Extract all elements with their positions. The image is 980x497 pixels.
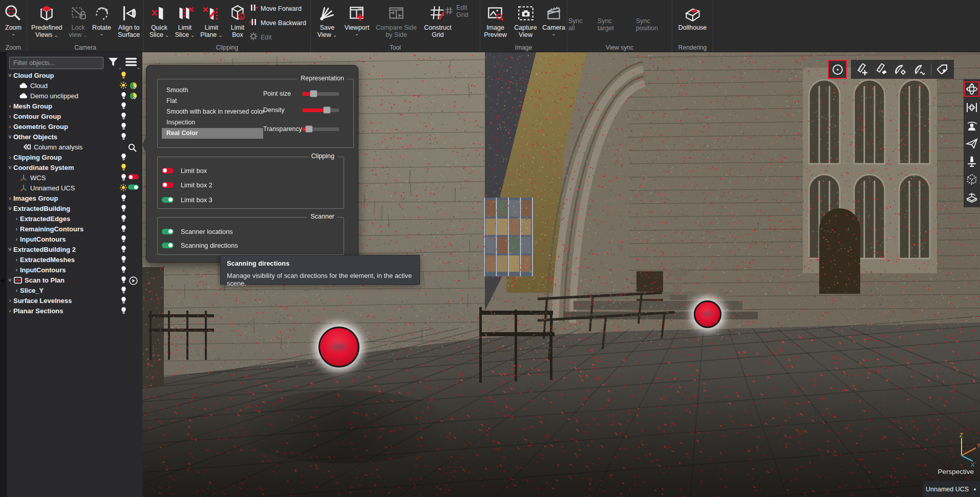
constrained-orbit-button[interactable]	[965, 100, 979, 115]
filter-objects-input[interactable]	[9, 57, 103, 69]
tree-item-demo-unclipped[interactable]: Demo unclipped	[7, 91, 142, 101]
remove-measurement-button[interactable]	[874, 62, 889, 77]
tree-item-unnamed-ucs[interactable]: Unnamed UCS	[7, 183, 142, 193]
inspection-gauge-icon[interactable]	[127, 92, 139, 100]
mode-inspection[interactable]: Inspection	[162, 117, 263, 128]
viewport-button[interactable]: Viewport⌄	[343, 2, 371, 36]
chevron-collapsed-icon[interactable]: ›	[13, 257, 20, 263]
tree-item-slice-y[interactable]: › Slice_Y	[7, 285, 142, 295]
search-icon[interactable]	[126, 143, 138, 152]
point-size-slider[interactable]	[303, 92, 339, 96]
visibility-sun-icon[interactable]	[120, 81, 127, 89]
density-slider[interactable]	[303, 109, 339, 112]
run-play-icon[interactable]	[127, 276, 139, 285]
visibility-sun-icon[interactable]	[120, 184, 127, 191]
chevron-collapsed-icon[interactable]: ›	[13, 288, 20, 293]
rotate-button[interactable]: Rotate⌄	[90, 2, 114, 36]
look-around-button[interactable]	[965, 118, 979, 133]
add-measurement-button[interactable]	[855, 62, 870, 77]
chevron-collapsed-icon[interactable]: ›	[13, 267, 20, 273]
chevron-expanded-icon[interactable]: ˅	[7, 165, 13, 170]
scanning-directions-toggle[interactable]	[162, 243, 174, 248]
tree-item-planar-sections[interactable]: › Planar Sections	[7, 306, 142, 316]
capture-view-button[interactable]: Capture View	[512, 2, 540, 39]
move-forward-button[interactable]: Move Forward	[247, 3, 308, 14]
tree-item-cloud[interactable]: Cloud	[7, 80, 142, 91]
tree-item-inputcontours[interactable]: › InputContours	[7, 234, 142, 244]
visibility-bulb-icon[interactable]	[120, 153, 127, 161]
tree-item-extractedbuilding-2[interactable]: ˅ ExtractedBuilding 2	[7, 244, 142, 254]
visibility-bulb-icon[interactable]	[120, 122, 127, 130]
visibility-bulb-icon[interactable]	[120, 163, 127, 171]
visibility-bulb-icon[interactable]	[120, 296, 127, 304]
tree-item-cloud-group[interactable]: ˅ Cloud Group	[7, 70, 142, 80]
chevron-collapsed-icon[interactable]: ›	[7, 155, 13, 160]
tree-item-contour-group[interactable]: › Contour Group	[7, 111, 142, 121]
chevron-expanded-icon[interactable]: ˅	[7, 247, 13, 252]
tree-item-images-group[interactable]: › Images Group	[7, 193, 142, 203]
visibility-bulb-icon[interactable]	[120, 112, 127, 120]
visibility-bulb-icon[interactable]	[120, 235, 127, 243]
dollhouse-button[interactable]: Dollhouse	[675, 2, 711, 32]
visibility-bulb-icon[interactable]	[120, 133, 127, 140]
image-preview-button[interactable]: Image Preview	[481, 2, 510, 39]
tree-item-inputcontours-2[interactable]: › InputContours	[7, 265, 142, 275]
chevron-collapsed-icon[interactable]: ›	[7, 124, 13, 129]
angle-measure-button[interactable]	[892, 62, 908, 77]
chevron-collapsed-icon[interactable]: ›	[7, 308, 13, 314]
tree-item-extractedmeshes[interactable]: › ExtractedMeshes	[7, 254, 142, 265]
visibility-bulb-icon[interactable]	[120, 174, 127, 181]
tree-item-scan-to-plan[interactable]: ◀ ˅ Scan to Plan	[7, 275, 142, 285]
limit-box-2-toggle[interactable]	[162, 182, 174, 188]
scanner-location-marker[interactable]	[694, 300, 721, 328]
visibility-bulb-icon[interactable]	[120, 255, 127, 263]
walk-mode-button[interactable]	[965, 154, 979, 168]
tree-item-geometric-group[interactable]: › Geometric Group	[7, 121, 142, 132]
tree-item-column-analysis[interactable]: Column analysis	[7, 142, 142, 152]
projection-label[interactable]: Perspective	[938, 468, 974, 476]
fly-mode-button[interactable]	[965, 136, 979, 150]
chevron-collapsed-icon[interactable]: ›	[7, 298, 13, 304]
mode-flat[interactable]: Flat	[162, 96, 263, 106]
tree-item-remainingcontours[interactable]: › RemainingContours	[7, 224, 142, 234]
box-view-button[interactable]	[965, 172, 979, 186]
visibility-bulb-icon[interactable]	[120, 307, 127, 314]
label-tag-button[interactable]	[935, 62, 950, 77]
filter-funnel-button[interactable]: ⌄	[108, 57, 118, 69]
orbit-mode-button[interactable]	[964, 81, 979, 97]
ucs-toggle[interactable]	[127, 184, 139, 190]
camera-button[interactable]: Camera⌄	[541, 2, 567, 36]
ucs-toggle[interactable]	[127, 174, 139, 180]
chevron-collapsed-icon[interactable]: ›	[7, 114, 13, 119]
limit-box-toggle[interactable]	[162, 168, 174, 174]
inspection-gauge-icon[interactable]	[127, 82, 139, 90]
visibility-bulb-icon[interactable]	[120, 214, 127, 222]
limit-box-3-toggle[interactable]	[162, 197, 174, 203]
transparency-slider[interactable]	[303, 127, 339, 131]
visibility-bulb-icon[interactable]	[120, 204, 127, 212]
scanner-location-marker[interactable]	[318, 327, 359, 368]
chevron-expanded-icon[interactable]: ˅	[7, 277, 13, 283]
visibility-bulb-icon[interactable]	[120, 194, 127, 202]
chevron-expanded-icon[interactable]: ˅	[7, 206, 13, 211]
scanner-locations-toggle[interactable]	[162, 229, 174, 234]
visibility-bulb-icon[interactable]	[120, 276, 127, 284]
transparency-slider-handle[interactable]	[305, 125, 313, 133]
mode-smooth[interactable]: Smooth	[162, 85, 263, 96]
save-view-button[interactable]: Save View⌄	[315, 2, 339, 39]
mode-real-color[interactable]: Real Color	[162, 128, 263, 139]
zoom-button[interactable]: Zoom⌄	[1, 2, 26, 36]
tree-item-surface-levelness[interactable]: › Surface Levelness	[7, 295, 142, 306]
limit-box-button[interactable]: A Limit Box	[226, 2, 249, 39]
ucs-selector[interactable]: Unnamed UCS ▲	[923, 481, 980, 497]
density-slider-handle[interactable]	[323, 106, 331, 114]
chevron-expanded-icon[interactable]: ˅	[7, 134, 13, 140]
tree-item-coordinate-system[interactable]: ˅ Coordinate System	[7, 162, 142, 172]
tree-menu-button[interactable]: ⌄	[125, 57, 137, 69]
visibility-bulb-icon[interactable]	[120, 92, 127, 99]
visibility-bulb-icon[interactable]	[120, 71, 127, 79]
visibility-bulb-icon[interactable]	[120, 102, 127, 110]
move-backward-button[interactable]: Move Backward	[247, 17, 308, 29]
tree-item-wcs[interactable]: WCS	[7, 172, 142, 183]
chevron-expanded-icon[interactable]: ˅	[7, 73, 13, 78]
